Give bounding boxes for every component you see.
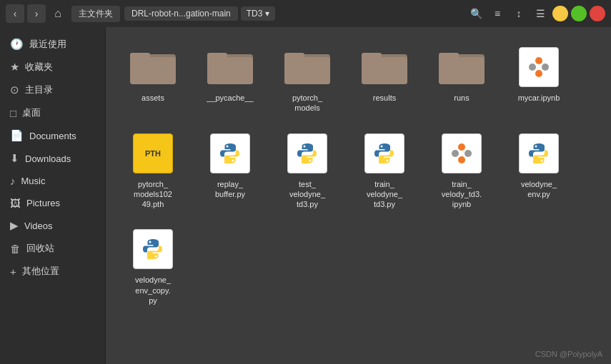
file-item-results[interactable]: results [349,39,420,119]
trash-icon: 🗑 [10,243,21,255]
file-name-replay-buffer: replay_buffer.py [215,179,245,200]
path-main-label: 主文件夹 [71,6,120,22]
python-icon-test-velodyne [284,131,330,176]
path-sub-label: DRL-robot-n...gation-main [124,6,238,21]
sidebar-label-starred: 收藏夹 [25,61,53,74]
close-button[interactable]: ✕ [590,6,605,21]
maximize-button[interactable]: □ [571,6,587,21]
sidebar-label-videos: Videos [24,221,53,231]
forward-button[interactable]: › [27,4,46,23]
file-name-velodyne-env-copy: velodyne_env_copy.py [135,275,171,305]
svg-point-17 [529,64,536,71]
folder-icon-pycache [207,44,253,90]
python-icon-velodyne-env-copy [130,226,176,272]
notebook-icon-train [439,131,485,176]
branch-label: TD3 [247,9,263,19]
file-item-train-velodyne-td3[interactable]: train_velodyne_td3.py [349,125,420,216]
menu-button[interactable]: ☰ [531,4,550,23]
file-item-train-velody-ipynb[interactable]: train_velody_td3.ipynb [426,125,497,216]
titlebar: ‹ › ⌂ 主文件夹 DRL-robot-n...gation-main TD3… [0,0,611,27]
file-area: assets __pycache__ [106,27,611,364]
svg-point-22 [309,159,312,161]
file-item-velodyne-env-copy[interactable]: velodyne_env_copy.py [117,221,189,311]
file-item-runs[interactable]: runs [426,39,497,119]
file-name-results: results [373,93,396,103]
minimize-button[interactable]: — [552,6,568,21]
notebook-icon-mycar [516,44,562,90]
folder-icon-assets [130,44,176,90]
file-name-train-velodyne: train_velodyne_td3.py [367,179,402,210]
videos-icon: ▶ [10,219,19,232]
files-grid: assets __pycache__ [117,39,600,311]
file-item-pycache[interactable]: __pycache__ [194,39,266,119]
folder-icon-runs [439,44,485,90]
svg-point-25 [458,143,465,151]
svg-point-32 [155,256,157,258]
file-item-pytorch-pth[interactable]: PTH pytorch_models10249.pth [117,125,189,216]
sidebar-item-starred[interactable]: ★ 收藏夹 [0,56,105,79]
svg-point-27 [452,150,459,157]
file-name-pytorch-models: pytorch_models [292,93,322,113]
home-dir-icon: ⊙ [10,84,19,96]
clock-icon: 🕐 [10,38,24,51]
svg-rect-2 [130,57,176,84]
python-icon-train-velodyne [362,131,407,176]
watermark-text: CSDN @PolypolyA [535,350,602,358]
chevron-down-icon: ▾ [265,9,269,19]
file-item-replay-buffer[interactable]: replay_buffer.py [194,125,266,216]
svg-point-19 [227,145,229,147]
sidebar-item-trash[interactable]: 🗑 回收站 [0,237,105,260]
sidebar-item-recent[interactable]: 🕐 最近使用 [0,33,105,56]
file-item-mycar-ipynb[interactable]: mycar.ipynb [503,39,575,119]
file-name-runs: runs [454,93,469,103]
sidebar-label-documents: Documents [29,131,76,141]
titlebar-actions: 🔍 ≡ ↕ ☰ — □ ✕ [467,4,605,23]
svg-rect-11 [362,57,407,84]
file-item-velodyne-env[interactable]: velodyne_env.py [503,125,575,216]
svg-point-15 [535,57,542,64]
sidebar-label-music: Music [21,176,46,186]
svg-point-26 [458,156,465,163]
file-item-assets[interactable]: assets [117,39,189,119]
svg-rect-5 [207,57,253,84]
home-button[interactable]: ⌂ [49,4,67,23]
sidebar-label-downloads: Downloads [25,153,71,164]
sidebar-item-videos[interactable]: ▶ Videos [0,214,105,237]
file-name-velodyne-env: velodyne_env.py [521,179,557,200]
svg-point-28 [465,150,472,157]
svg-point-24 [387,159,389,161]
folder-icon-pytorch-models [284,44,330,90]
svg-point-20 [232,159,234,161]
sidebar-item-desktop[interactable]: □ 桌面 [0,101,105,124]
sidebar-label-desktop: 桌面 [22,106,41,119]
svg-point-29 [535,145,537,147]
sidebar: 🕐 最近使用 ★ 收藏夹 ⊙ 主目录 □ 桌面 📄 Documents ⬇ Do… [0,27,106,364]
star-icon: ★ [10,61,19,74]
list-view-button[interactable]: ≡ [488,4,507,23]
python-icon-replay-buffer [207,131,253,176]
sort-button[interactable]: ↕ [510,4,528,23]
search-button[interactable]: 🔍 [467,4,485,23]
sidebar-label-other: 其他位置 [22,265,59,278]
sidebar-item-downloads[interactable]: ⬇ Downloads [0,147,105,170]
main-area: 🕐 最近使用 ★ 收藏夹 ⊙ 主目录 □ 桌面 📄 Documents ⬇ Do… [0,27,611,364]
svg-rect-14 [439,57,485,84]
svg-point-18 [542,64,549,71]
sidebar-item-documents[interactable]: 📄 Documents [0,124,105,147]
sidebar-item-other[interactable]: + 其他位置 [0,260,105,283]
file-item-pytorch-models[interactable]: pytorch_models [272,39,343,119]
sidebar-item-pictures[interactable]: 🖼 Pictures [0,192,105,214]
file-name-pycache: __pycache__ [207,93,253,103]
sidebar-item-music[interactable]: ♪ Music [0,170,105,192]
branch-selector[interactable]: TD3 ▾ [241,6,276,21]
svg-point-31 [149,241,151,243]
file-name-train-velody-ipynb: train_velody_td3.ipynb [442,179,482,210]
pictures-icon: 🖼 [10,197,21,209]
sidebar-label-recent: 最近使用 [29,38,66,51]
back-button[interactable]: ‹ [6,4,24,23]
file-name-pytorch-pth: pytorch_models10249.pth [134,179,172,210]
documents-icon: 📄 [10,129,24,142]
file-item-test-velodyne-td3[interactable]: test_velodyne_td3.py [272,125,343,216]
file-name-mycar-ipynb: mycar.ipynb [518,93,560,103]
sidebar-item-home[interactable]: ⊙ 主目录 [0,79,105,101]
